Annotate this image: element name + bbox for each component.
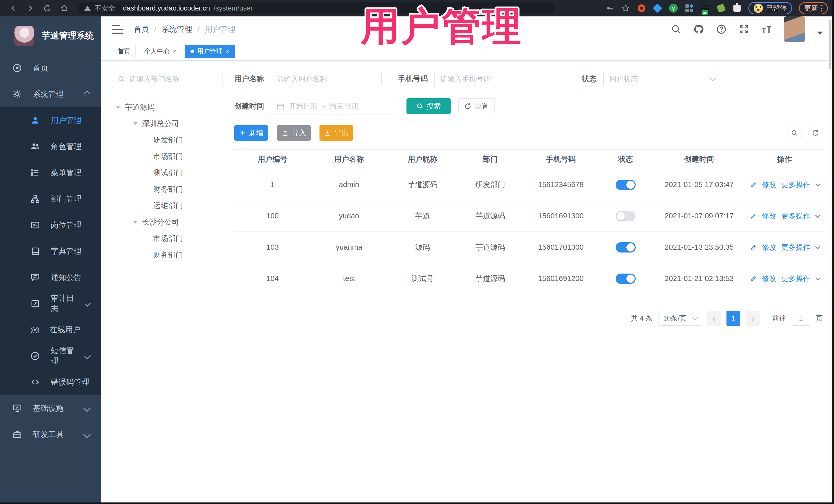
font-size-icon[interactable]: [761, 24, 772, 35]
tab-user-mgmt[interactable]: 用户管理 ×: [185, 45, 235, 58]
browser-menu-icon[interactable]: [821, 5, 822, 12]
breadcrumb-section[interactable]: 系统管理: [161, 24, 192, 35]
tree-node[interactable]: 测试部门: [112, 165, 222, 181]
current-page[interactable]: 1: [726, 311, 740, 326]
tree-node[interactable]: 运维部门: [112, 198, 222, 214]
sidebar-item-dev-tools[interactable]: 研发工具: [0, 421, 101, 447]
plus-icon: [239, 129, 246, 136]
sidebar-item-post-mgmt[interactable]: 岗位管理: [0, 212, 101, 238]
goto-page-input[interactable]: 1: [792, 311, 810, 326]
status-toggle[interactable]: [616, 180, 636, 190]
user-avatar[interactable]: [784, 17, 805, 42]
edit-link[interactable]: 修改: [762, 242, 776, 252]
tree-node[interactable]: 市场部门: [112, 231, 222, 247]
tree-node[interactable]: 芋道源码: [112, 99, 222, 115]
refresh-table-button[interactable]: [808, 126, 823, 140]
status-select[interactable]: 用户状态: [603, 71, 720, 87]
edit-link[interactable]: 修改: [762, 211, 776, 221]
more-actions-link[interactable]: 更多操作: [782, 180, 810, 190]
profile-avatar: [754, 4, 763, 13]
tree-node[interactable]: 深圳总公司: [112, 115, 222, 132]
extension-y-icon[interactable]: y: [669, 4, 678, 13]
tree-caret-icon[interactable]: [133, 122, 138, 125]
mobile-input[interactable]: 请输入手机号码: [435, 71, 545, 87]
export-button[interactable]: 导出: [320, 125, 353, 140]
bookmark-star-icon[interactable]: [621, 4, 630, 13]
sidebar-item-user-mgmt[interactable]: 用户管理: [0, 107, 101, 133]
extension-puzzle-icon[interactable]: [732, 4, 742, 13]
date-range-input[interactable]: 开始日期 - 结束日期: [271, 98, 395, 114]
dept-search-input[interactable]: 请输入部门名称: [112, 71, 222, 87]
extension-switch-on-icon[interactable]: on: [701, 4, 710, 13]
tab-home[interactable]: 首页: [112, 45, 136, 58]
home-icon[interactable]: [57, 2, 71, 14]
sidebar-item-audit-log[interactable]: 审计日志: [0, 290, 101, 317]
back-icon[interactable]: [6, 2, 21, 14]
import-button[interactable]: 导入: [277, 125, 311, 140]
search-icon[interactable]: [671, 24, 682, 35]
sidebar-item-sms-mgmt[interactable]: 短信管理: [0, 343, 101, 369]
profile-paused-badge[interactable]: 已暂停: [748, 2, 792, 14]
extension-gem-icon[interactable]: [653, 4, 662, 13]
edit-icon: [750, 244, 757, 251]
sidebar-item-notice[interactable]: 通知公告: [0, 264, 101, 290]
status-toggle[interactable]: [616, 211, 636, 221]
close-icon[interactable]: ×: [226, 48, 229, 55]
status-toggle[interactable]: [616, 242, 636, 253]
page-size-select[interactable]: 10条/页: [658, 311, 701, 326]
tree-node[interactable]: 长沙分公司: [112, 214, 222, 231]
search-button[interactable]: 搜索: [407, 98, 451, 114]
sidebar-item-dict-mgmt[interactable]: 字典管理: [0, 238, 101, 264]
tree-caret-icon[interactable]: [133, 221, 138, 224]
edit-link[interactable]: 修改: [762, 180, 776, 190]
sidebar-item-home[interactable]: 首页: [0, 55, 101, 81]
tree-node[interactable]: 财务部门: [112, 247, 222, 263]
tree-node[interactable]: 研发部门: [112, 132, 222, 148]
status-toggle[interactable]: [616, 273, 636, 284]
edit-link[interactable]: 修改: [762, 274, 776, 284]
github-icon[interactable]: [694, 24, 704, 35]
page-scrollbar[interactable]: [828, 17, 832, 502]
sidebar-item-menu-mgmt[interactable]: 菜单管理: [0, 160, 101, 186]
extension-ubuntu-icon[interactable]: [637, 4, 646, 13]
chevron-down-icon: [84, 353, 91, 359]
tree-node[interactable]: 财务部门: [112, 181, 222, 198]
update-chip[interactable]: 更新: [799, 2, 828, 14]
tab-profile[interactable]: 个人中心 ×: [139, 45, 182, 58]
next-page-button[interactable]: ›: [746, 311, 760, 326]
toggle-search-button[interactable]: [787, 126, 802, 140]
more-actions-link[interactable]: 更多操作: [782, 242, 810, 252]
tree-node[interactable]: 市场部门: [112, 148, 222, 165]
username-input[interactable]: 请输入用户名称: [271, 71, 381, 87]
more-actions-link[interactable]: 更多操作: [782, 274, 810, 284]
not-secure-label: 不安全: [94, 4, 115, 13]
sidebar-item-system[interactable]: 系统管理: [0, 81, 101, 107]
extension-green-key-icon[interactable]: [717, 4, 726, 13]
fullscreen-icon[interactable]: [739, 24, 749, 35]
more-actions-link[interactable]: 更多操作: [782, 211, 810, 221]
sidebar-toggle-icon[interactable]: [112, 25, 124, 34]
sidebar-item-role-mgmt[interactable]: 角色管理: [0, 133, 101, 160]
breadcrumb-home[interactable]: 首页: [134, 24, 149, 35]
window-bottom-edge: [0, 502, 834, 504]
breadcrumb: 首页 / 系统管理 / 用户管理: [134, 24, 236, 35]
add-button[interactable]: 新增: [234, 125, 268, 140]
sidebar-item-dept-mgmt[interactable]: 部门管理: [0, 186, 101, 212]
reload-icon[interactable]: [40, 2, 54, 14]
scrollbar-thumb[interactable]: [829, 20, 831, 69]
extension-grid-icon[interactable]: [685, 4, 694, 13]
key-icon[interactable]: [605, 4, 614, 13]
avatar-caret-icon[interactable]: [817, 31, 823, 35]
sidebar-item-infrastructure[interactable]: 基础设施: [0, 395, 101, 421]
forward-icon[interactable]: [23, 2, 38, 14]
prev-page-button[interactable]: ‹: [707, 311, 721, 326]
close-icon[interactable]: ×: [173, 48, 177, 55]
sidebar-item-errcode-mgmt[interactable]: 错误码管理: [0, 369, 101, 395]
sidebar-item-online-users[interactable]: ((•)) 在线用户: [0, 317, 101, 343]
paused-label: 已暂停: [766, 4, 787, 13]
logo[interactable]: 芋道管理系统: [0, 17, 101, 55]
help-icon[interactable]: [716, 24, 727, 35]
reset-button[interactable]: 重置: [458, 98, 495, 114]
tree-caret-icon[interactable]: [116, 106, 121, 109]
goto-label: 前往: [772, 313, 786, 323]
